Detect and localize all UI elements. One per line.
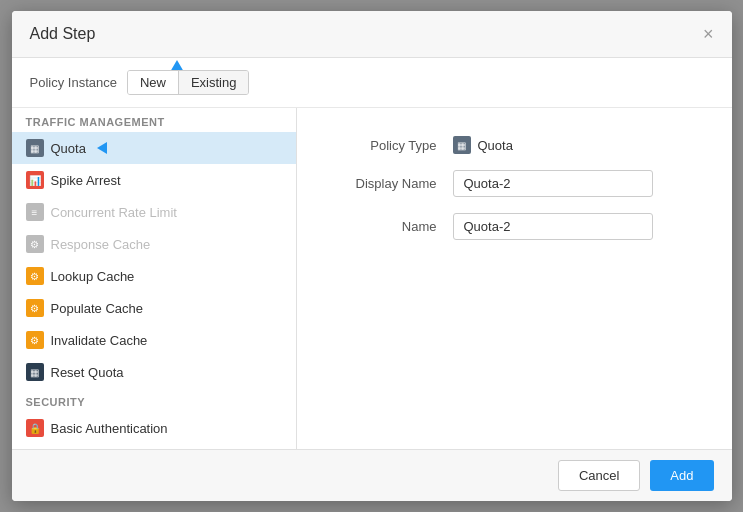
- sidebar-item-reset-quota[interactable]: ▦ Reset Quota: [12, 356, 296, 388]
- security-section-label: SECURITY: [12, 388, 296, 412]
- display-name-row: Display Name: [327, 170, 702, 197]
- sidebar-item-basic-auth[interactable]: 🔒 Basic Authentication: [12, 412, 296, 444]
- traffic-section-label: TRAFFIC MANAGEMENT: [12, 108, 296, 132]
- sidebar-item-populate-cache[interactable]: ⚙ Populate Cache: [12, 292, 296, 324]
- sidebar-item-invalidate-cache[interactable]: ⚙ Invalidate Cache: [12, 324, 296, 356]
- basic-auth-label: Basic Authentication: [51, 421, 168, 436]
- lookup-cache-icon: ⚙: [26, 267, 44, 285]
- modal-header: Add Step ×: [12, 11, 732, 58]
- response-cache-icon: ⚙: [26, 235, 44, 253]
- existing-toggle-button[interactable]: Existing: [179, 71, 249, 94]
- policy-type-value: ▦ Quota: [453, 136, 513, 154]
- sidebar-item-spike-arrest[interactable]: 📊 Spike Arrest: [12, 164, 296, 196]
- modal-body: Policy Instance New Existing TRAFFIC MAN…: [12, 58, 732, 449]
- name-input[interactable]: [453, 213, 653, 240]
- policy-type-label: Policy Type: [327, 138, 437, 153]
- basic-auth-icon: 🔒: [26, 419, 44, 437]
- add-button[interactable]: Add: [650, 460, 713, 491]
- policy-type-icon: ▦: [453, 136, 471, 154]
- display-name-label: Display Name: [327, 176, 437, 191]
- modal-overlay: Add Step × Policy Instance New Existing …: [0, 0, 743, 512]
- concurrent-rate-limit-label: Concurrent Rate Limit: [51, 205, 177, 220]
- reset-quota-icon: ▦: [26, 363, 44, 381]
- modal-title: Add Step: [30, 25, 96, 43]
- content-area: TRAFFIC MANAGEMENT ▦ Quota 📊 Spike Arres…: [12, 108, 732, 449]
- close-button[interactable]: ×: [703, 25, 714, 43]
- spike-arrest-label: Spike Arrest: [51, 173, 121, 188]
- lookup-cache-label: Lookup Cache: [51, 269, 135, 284]
- quota-icon: ▦: [26, 139, 44, 157]
- modal-dialog: Add Step × Policy Instance New Existing …: [12, 11, 732, 501]
- reset-quota-label: Reset Quota: [51, 365, 124, 380]
- sidebar-item-lookup-cache[interactable]: ⚙ Lookup Cache: [12, 260, 296, 292]
- new-toggle-button[interactable]: New: [128, 71, 179, 94]
- quota-label: Quota: [51, 141, 86, 156]
- display-name-input[interactable]: [453, 170, 653, 197]
- invalidate-cache-icon: ⚙: [26, 331, 44, 349]
- sidebar: TRAFFIC MANAGEMENT ▦ Quota 📊 Spike Arres…: [12, 108, 297, 449]
- sidebar-item-response-cache: ⚙ Response Cache: [12, 228, 296, 260]
- response-cache-label: Response Cache: [51, 237, 151, 252]
- name-row: Name: [327, 213, 702, 240]
- name-label: Name: [327, 219, 437, 234]
- policy-instance-row: Policy Instance New Existing: [12, 58, 732, 108]
- policy-type-text: Quota: [478, 138, 513, 153]
- sidebar-item-quota[interactable]: ▦ Quota: [12, 132, 296, 164]
- toggle-group: New Existing: [127, 70, 250, 95]
- concurrent-rate-limit-icon: ≡: [26, 203, 44, 221]
- detail-panel: Policy Type ▦ Quota Display Name Name: [297, 108, 732, 449]
- spike-arrest-icon: 📊: [26, 171, 44, 189]
- cancel-button[interactable]: Cancel: [558, 460, 640, 491]
- policy-type-row: Policy Type ▦ Quota: [327, 136, 702, 154]
- populate-cache-label: Populate Cache: [51, 301, 144, 316]
- sidebar-item-concurrent-rate-limit: ≡ Concurrent Rate Limit: [12, 196, 296, 228]
- populate-cache-icon: ⚙: [26, 299, 44, 317]
- left-arrow-indicator: [97, 142, 107, 154]
- policy-instance-label: Policy Instance: [30, 75, 117, 90]
- modal-footer: Cancel Add: [12, 449, 732, 501]
- invalidate-cache-label: Invalidate Cache: [51, 333, 148, 348]
